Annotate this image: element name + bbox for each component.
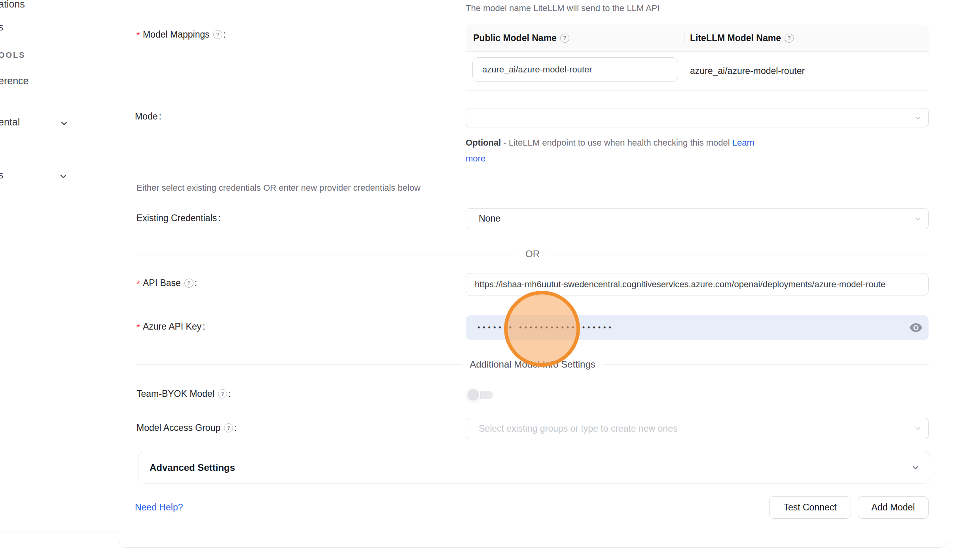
mode-label: Mode : — [135, 111, 161, 122]
sidebar: ations s OOLS erence ental s — [0, 0, 119, 548]
public-model-name-value: azure_ai/azure-model-router — [482, 64, 592, 75]
existing-credentials-label-text: Existing Credentials — [136, 213, 217, 224]
required-asterisk: * — [136, 279, 140, 290]
api-base-label-text: API Base — [143, 278, 181, 288]
chevron-down-icon[interactable] — [59, 119, 69, 130]
label-colon: : — [203, 321, 205, 332]
click-pointer-indicator — [504, 291, 580, 367]
add-model-page: ations s OOLS erence ental s The model n… — [0, 0, 980, 548]
api-base-value: https://ishaa-mh6uutut-swedencentral.cog… — [475, 279, 885, 290]
api-base-label: * API Base ? : — [136, 278, 197, 288]
col-header-litellm-model-name: LiteLLM Model Name ? — [690, 25, 794, 51]
help-circle-icon[interactable]: ? — [560, 34, 569, 43]
col-header-litellm-text: LiteLLM Model Name — [690, 33, 781, 44]
model-mappings-label-text: Model Mappings — [143, 29, 210, 40]
optional-bold-text: Optional — [466, 138, 501, 148]
label-colon: : — [195, 278, 197, 288]
chevron-down-icon — [914, 114, 922, 122]
divider-line — [547, 254, 929, 254]
model-access-group-label-text: Model Access Group — [136, 423, 220, 433]
divider-line — [136, 254, 518, 254]
mode-helper-text: Optional - LiteLLM endpoint to use when … — [466, 135, 770, 167]
team-byok-label: Team-BYOK Model ? : — [136, 389, 231, 399]
chevron-down-icon — [914, 425, 922, 432]
mode-label-text: Mode — [135, 111, 158, 122]
chevron-down-icon — [911, 463, 920, 472]
chevron-down-icon — [914, 215, 922, 223]
model-access-group-select[interactable]: Select existing groups or type to create… — [466, 418, 929, 439]
divider-line — [136, 364, 463, 365]
chevron-down-icon[interactable] — [59, 172, 68, 183]
col-header-public-model-name: Public Model Name ? — [473, 25, 569, 51]
existing-credentials-label: Existing Credentials : — [136, 213, 221, 224]
table-row: azure_ai/azure-model-router azure_ai/azu… — [466, 51, 929, 91]
model-mappings-table: Public Model Name ? LiteLLM Model Name ?… — [466, 25, 929, 90]
help-circle-icon[interactable]: ? — [213, 30, 222, 39]
divider-line — [603, 364, 929, 365]
label-colon: : — [228, 389, 231, 399]
team-byok-label-text: Team-BYOK Model — [136, 389, 214, 399]
test-connect-button[interactable]: Test Connect — [769, 496, 851, 519]
public-model-name-input[interactable]: azure_ai/azure-model-router — [472, 57, 678, 82]
sidebar-item-s1[interactable]: s — [0, 21, 4, 33]
team-byok-toggle[interactable] — [467, 391, 493, 399]
mode-helper-body: - LiteLLM endpoint to use when health ch… — [501, 138, 732, 148]
col-header-public-text: Public Model Name — [473, 33, 557, 44]
model-access-group-placeholder: Select existing groups or type to create… — [479, 423, 677, 434]
help-circle-icon[interactable]: ? — [785, 34, 794, 43]
label-colon: : — [218, 213, 220, 224]
label-colon: : — [159, 111, 161, 122]
help-circle-icon[interactable]: ? — [218, 389, 227, 398]
label-colon: : — [224, 29, 226, 40]
azure-api-key-label-text: Azure API Key — [143, 321, 201, 332]
existing-credentials-value: None — [479, 213, 500, 224]
model-access-group-label: Model Access Group ? : — [136, 423, 237, 433]
eye-icon[interactable] — [910, 323, 922, 332]
advanced-settings-panel[interactable]: Advanced Settings — [138, 452, 930, 484]
help-circle-icon[interactable]: ? — [184, 279, 193, 288]
sidebar-item-erence[interactable]: erence — [0, 75, 28, 87]
help-circle-icon[interactable]: ? — [224, 423, 233, 432]
sidebar-item-ental[interactable]: ental — [0, 116, 20, 128]
litellm-model-name-value: azure_ai/azure-model-router — [690, 51, 805, 90]
column-divider — [684, 32, 684, 44]
credentials-hint: Either select existing credentials OR en… — [136, 183, 421, 193]
required-asterisk: * — [136, 322, 140, 333]
add-model-button[interactable]: Add Model — [858, 496, 929, 519]
sidebar-section-tools: OOLS — [0, 51, 26, 60]
model-mappings-label: * Model Mappings ? : — [136, 29, 226, 40]
model-name-hint: The model name LiteLLM will send to the … — [466, 3, 660, 13]
required-asterisk: * — [136, 30, 140, 41]
table-header-row: Public Model Name ? LiteLLM Model Name ? — [466, 25, 929, 52]
toggle-knob — [466, 388, 480, 402]
existing-credentials-select[interactable]: None — [466, 208, 929, 229]
azure-api-key-label: * Azure API Key : — [136, 321, 205, 332]
sidebar-divider — [0, 533, 119, 533]
sidebar-item-ations[interactable]: ations — [0, 0, 25, 10]
advanced-settings-title: Advanced Settings — [150, 462, 235, 473]
or-divider-text: OR — [518, 248, 547, 260]
sidebar-item-s2[interactable]: s — [0, 169, 4, 181]
or-divider: OR — [136, 248, 929, 260]
label-colon: : — [234, 423, 237, 433]
need-help-link[interactable]: Need Help? — [135, 502, 183, 513]
mode-select[interactable] — [466, 108, 929, 127]
